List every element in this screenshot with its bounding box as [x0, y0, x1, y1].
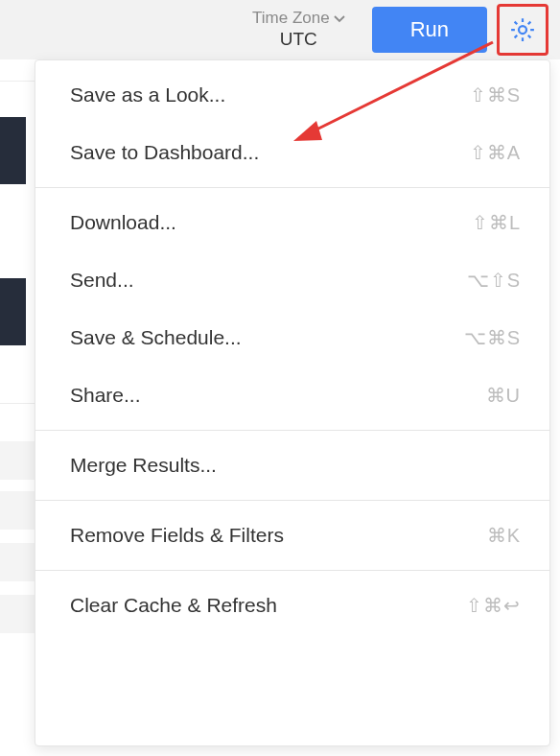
menu-item-shortcut: ⇧⌘S [470, 83, 521, 106]
menu-item-send[interactable]: Send... ⌥⇧S [35, 251, 549, 309]
menu-section: Merge Results... [35, 431, 549, 500]
sidebar-fragment [0, 278, 26, 345]
chevron-down-icon [334, 15, 345, 23]
menu-item-save-as-look[interactable]: Save as a Look... ⇧⌘S [35, 66, 549, 124]
bg-band [0, 595, 35, 633]
menu-item-shortcut: ⇧⌘↩ [466, 594, 521, 617]
bg-line [0, 403, 35, 404]
bg-band [0, 441, 35, 480]
menu-item-label: Save to Dashboard... [70, 141, 259, 164]
run-button[interactable]: Run [372, 7, 487, 53]
menu-item-label: Send... [70, 269, 134, 292]
menu-item-label: Share... [70, 384, 141, 407]
timezone-value: UTC [280, 29, 317, 51]
menu-item-label: Clear Cache & Refresh [70, 594, 277, 617]
menu-item-save-to-dashboard[interactable]: Save to Dashboard... ⇧⌘A [35, 124, 549, 181]
bg-band [0, 491, 35, 530]
menu-item-label: Save as a Look... [70, 83, 225, 106]
menu-item-label: Save & Schedule... [70, 326, 242, 349]
menu-section: Clear Cache & Refresh ⇧⌘↩ [35, 571, 549, 640]
menu-item-shortcut: ⇧⌘L [472, 211, 521, 234]
menu-item-download[interactable]: Download... ⇧⌘L [35, 194, 549, 251]
menu-item-share[interactable]: Share... ⌘U [35, 366, 549, 424]
menu-item-remove-fields-filters[interactable]: Remove Fields & Filters ⌘K [35, 507, 549, 564]
timezone-label-row: Time Zone [252, 9, 345, 28]
menu-item-merge-results[interactable]: Merge Results... [35, 437, 549, 494]
sidebar-fragment [0, 117, 26, 184]
settings-dropdown-menu: Save as a Look... ⇧⌘S Save to Dashboard.… [35, 59, 550, 746]
menu-section: Save as a Look... ⇧⌘S Save to Dashboard.… [35, 60, 549, 187]
menu-item-save-schedule[interactable]: Save & Schedule... ⌥⌘S [35, 309, 549, 366]
bg-band [0, 543, 35, 581]
toolbar: Time Zone UTC Run [0, 0, 560, 59]
menu-item-label: Remove Fields & Filters [70, 524, 284, 547]
timezone-selector[interactable]: Time Zone UTC [252, 9, 345, 50]
menu-item-shortcut: ⌥⌘S [464, 326, 521, 349]
menu-item-label: Download... [70, 211, 176, 234]
menu-item-shortcut: ⌘U [486, 384, 521, 407]
menu-item-shortcut: ⌘K [487, 524, 521, 547]
menu-section: Remove Fields & Filters ⌘K [35, 501, 549, 570]
menu-item-label: Merge Results... [70, 454, 217, 477]
gear-icon [508, 15, 537, 44]
menu-item-shortcut: ⇧⌘A [470, 141, 521, 164]
menu-section: Download... ⇧⌘L Send... ⌥⇧S Save & Sched… [35, 188, 549, 430]
menu-item-clear-cache-refresh[interactable]: Clear Cache & Refresh ⇧⌘↩ [35, 577, 549, 634]
settings-button[interactable] [497, 4, 548, 56]
svg-point-0 [519, 26, 526, 34]
timezone-label: Time Zone [252, 9, 330, 28]
menu-item-shortcut: ⌥⇧S [467, 269, 521, 292]
bg-line [0, 81, 35, 82]
